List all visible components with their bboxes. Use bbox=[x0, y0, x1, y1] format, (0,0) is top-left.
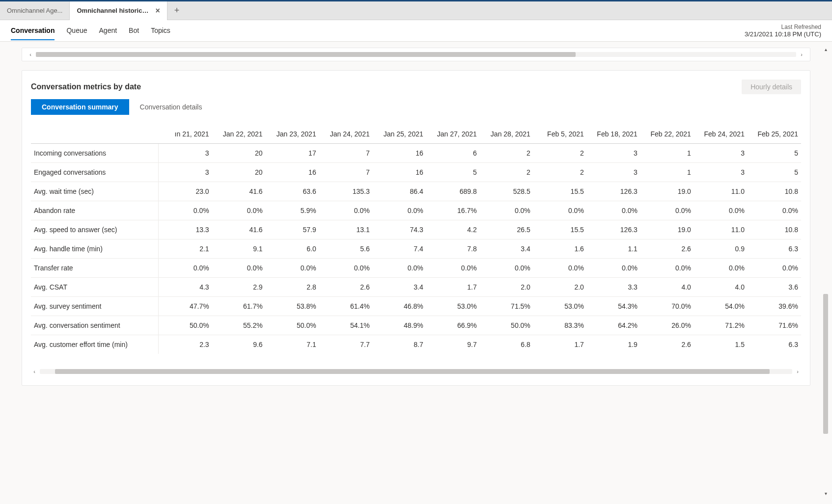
col-header-date[interactable]: Jan 27, 2021 bbox=[426, 125, 480, 144]
metric-value: 2.9 bbox=[212, 278, 266, 297]
metric-label: Avg. speed to answer (sec) bbox=[31, 220, 159, 239]
report-nav-bar: Conversation Queue Agent Bot Topics Last… bbox=[0, 20, 832, 42]
metric-value: 4.2 bbox=[426, 220, 480, 239]
metric-value: 74.3 bbox=[373, 220, 426, 239]
metric-value: 57.9 bbox=[266, 220, 319, 239]
metric-value: 5 bbox=[748, 163, 801, 182]
col-header-date[interactable]: Feb 18, 2021 bbox=[587, 125, 640, 144]
metric-value: 689.8 bbox=[426, 182, 480, 201]
metric-value: 0.0% bbox=[748, 259, 801, 278]
metric-value: 7.8 bbox=[426, 239, 480, 259]
metric-value: 2.0 bbox=[480, 278, 533, 297]
metric-label: Transfer rate bbox=[31, 259, 159, 278]
metric-value: 0.0% bbox=[373, 201, 426, 220]
scroll-right-icon[interactable]: › bbox=[794, 369, 801, 374]
metric-value: 0.0% bbox=[212, 259, 266, 278]
table-row: Avg. customer effort time (min)2.39.67.1… bbox=[31, 335, 801, 354]
metric-value: 15.5 bbox=[533, 220, 587, 239]
metric-value: 39.6% bbox=[748, 297, 801, 316]
metric-value: 3.4 bbox=[373, 278, 426, 297]
vscroll-track[interactable] bbox=[823, 53, 828, 491]
metric-value: 1 bbox=[640, 144, 694, 163]
nav-item-bot[interactable]: Bot bbox=[129, 22, 139, 40]
metric-value: 10.8 bbox=[748, 220, 801, 239]
hscroll-track[interactable] bbox=[40, 369, 792, 374]
col-header-date[interactable]: Jan 23, 2021 bbox=[266, 125, 319, 144]
metric-value: 0.0% bbox=[533, 259, 587, 278]
nav-item-queue[interactable]: Queue bbox=[66, 22, 87, 40]
col-header-date[interactable]: Feb 25, 2021 bbox=[748, 125, 801, 144]
table-hscroll: ‹ › bbox=[22, 369, 810, 374]
scroll-left-icon[interactable]: ‹ bbox=[27, 52, 34, 57]
metric-value: 63.6 bbox=[266, 182, 319, 201]
tab-omnichannel-age[interactable]: Omnichannel Age... bbox=[0, 1, 70, 20]
hourly-details-button[interactable]: Hourly details bbox=[742, 80, 801, 94]
metric-value: 47.7% bbox=[159, 297, 212, 316]
metric-value: 0.0% bbox=[587, 259, 640, 278]
scroll-right-icon[interactable]: › bbox=[798, 52, 805, 57]
tab-omnichannel-historical[interactable]: Omnichannel historical an... × bbox=[70, 1, 167, 20]
col-header-date[interactable]: ın 21, 2021 bbox=[159, 125, 212, 144]
metric-value: 7.7 bbox=[319, 335, 373, 354]
metric-value: 53.8% bbox=[266, 297, 319, 316]
table-row: Abandon rate0.0%0.0%5.9%0.0%0.0%16.7%0.0… bbox=[31, 201, 801, 220]
close-icon[interactable]: × bbox=[155, 7, 160, 15]
metric-value: 13.3 bbox=[159, 220, 212, 239]
window-tab-bar: Omnichannel Age... Omnichannel historica… bbox=[0, 1, 832, 20]
col-header-date[interactable]: Jan 28, 2021 bbox=[480, 125, 533, 144]
col-header-date[interactable]: Feb 24, 2021 bbox=[694, 125, 748, 144]
metric-value: 1.9 bbox=[587, 335, 640, 354]
metric-value: 26.5 bbox=[480, 220, 533, 239]
col-header-date[interactable]: Feb 22, 2021 bbox=[640, 125, 694, 144]
metric-value: 83.3% bbox=[533, 316, 587, 335]
metric-value: 2.1 bbox=[159, 239, 212, 259]
col-header-date[interactable]: Feb 5, 2021 bbox=[533, 125, 587, 144]
metric-value: 4.0 bbox=[640, 278, 694, 297]
col-header-date[interactable]: Jan 24, 2021 bbox=[319, 125, 373, 144]
metric-value: 23.0 bbox=[159, 182, 212, 201]
col-header-date[interactable]: Jan 22, 2021 bbox=[212, 125, 266, 144]
metric-value: 11.0 bbox=[694, 220, 748, 239]
metric-value: 16 bbox=[266, 163, 319, 182]
nav-item-conversation[interactable]: Conversation bbox=[11, 22, 55, 40]
metric-value: 6.0 bbox=[266, 239, 319, 259]
metric-label: Abandon rate bbox=[31, 201, 159, 220]
metric-value: 8.7 bbox=[373, 335, 426, 354]
hscroll-track[interactable] bbox=[36, 52, 796, 57]
metric-value: 71.2% bbox=[694, 316, 748, 335]
tab-conversation-summary[interactable]: Conversation summary bbox=[31, 99, 129, 115]
metric-value: 2.6 bbox=[640, 335, 694, 354]
metric-value: 15.5 bbox=[533, 182, 587, 201]
metric-value: 0.0% bbox=[319, 201, 373, 220]
last-refreshed-label: Last Refreshed bbox=[745, 24, 821, 30]
scroll-left-icon[interactable]: ‹ bbox=[31, 369, 38, 374]
col-header-date[interactable]: Jan 25, 2021 bbox=[373, 125, 426, 144]
metric-value: 0.0% bbox=[587, 201, 640, 220]
new-tab-button[interactable]: + bbox=[167, 5, 187, 16]
metric-value: 2.3 bbox=[159, 335, 212, 354]
metric-value: 71.5% bbox=[480, 297, 533, 316]
metric-value: 55.2% bbox=[212, 316, 266, 335]
metric-value: 0.9 bbox=[694, 239, 748, 259]
hscroll-thumb[interactable] bbox=[36, 52, 576, 57]
metric-value: 0.0% bbox=[640, 201, 694, 220]
metric-value: 1.5 bbox=[694, 335, 748, 354]
scroll-up-icon[interactable]: ▴ bbox=[825, 47, 827, 53]
metric-value: 126.3 bbox=[587, 182, 640, 201]
metric-value: 3 bbox=[159, 163, 212, 182]
metric-value: 7 bbox=[319, 144, 373, 163]
metric-value: 0.0% bbox=[640, 259, 694, 278]
metric-value: 70.0% bbox=[640, 297, 694, 316]
hscroll-thumb[interactable] bbox=[55, 369, 770, 374]
nav-item-topics[interactable]: Topics bbox=[151, 22, 170, 40]
metric-value: 2.8 bbox=[266, 278, 319, 297]
report-body: ‹ › Conversation metrics by date Hourly … bbox=[0, 42, 832, 503]
scroll-down-icon[interactable]: ▾ bbox=[825, 491, 827, 498]
metric-value: 3.6 bbox=[748, 278, 801, 297]
vscroll-thumb[interactable] bbox=[823, 294, 828, 434]
metric-value: 0.0% bbox=[533, 201, 587, 220]
nav-item-agent[interactable]: Agent bbox=[99, 22, 117, 40]
tab-conversation-details[interactable]: Conversation details bbox=[129, 99, 213, 115]
metric-value: 13.1 bbox=[319, 220, 373, 239]
last-refreshed-value: 3/21/2021 10:18 PM (UTC) bbox=[745, 30, 821, 38]
